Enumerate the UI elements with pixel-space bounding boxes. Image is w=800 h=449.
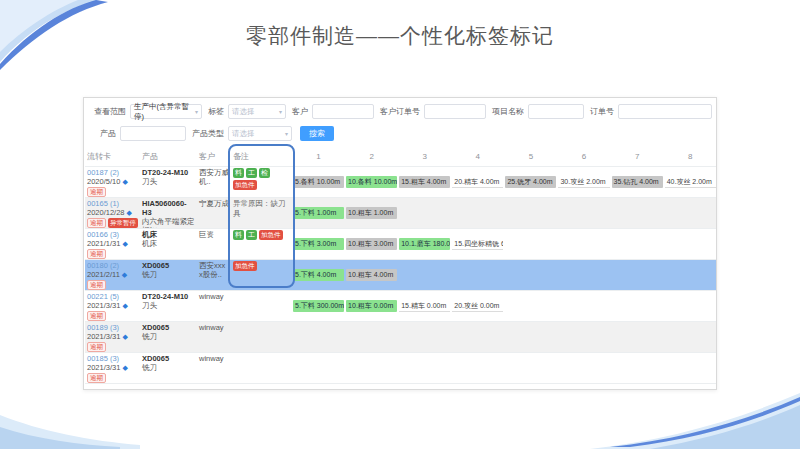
- card-number-link[interactable]: 00165 (1): [87, 199, 138, 208]
- status-badges: 逾期: [87, 373, 138, 383]
- table-row[interactable]: 00180 (2)2021/2/11◆逾期XD0065铣刀西安xxx x股份..…: [85, 260, 716, 291]
- process-step-chip[interactable]: 20.精车 4.00m: [452, 176, 503, 188]
- project-name-label: 项目名称: [492, 106, 524, 117]
- note-tags: 加急件: [233, 261, 290, 271]
- customer-name: 西安xxx x股份..: [199, 261, 229, 279]
- table-row[interactable]: 00185 (3)2021/3/31◆逾期XD0065铣刀winway: [85, 353, 716, 384]
- order-no-label: 订单号: [590, 106, 614, 117]
- process-step-chip[interactable]: 15.四坐标精铣 6.00m: [452, 238, 503, 250]
- process-step-chip[interactable]: 15.精车 0.00m: [399, 300, 450, 312]
- status-badge: 逾期: [87, 311, 106, 321]
- table-row[interactable]: 00165 (1)2020/12/28◆逾期异常暂停HIA5060060-H3内…: [85, 198, 716, 229]
- customer-cell: winway: [197, 353, 231, 383]
- card-number-link[interactable]: 00185 (3): [87, 354, 138, 363]
- status-badge: 逾期: [87, 218, 106, 228]
- table-row[interactable]: 00187 (2)2020/5/10◆逾期DT20-24-M10刀头西安万威机.…: [85, 167, 716, 198]
- product-code: DT20-24-M10: [142, 292, 195, 301]
- process-cell: [398, 322, 451, 352]
- card-number-link[interactable]: 00180 (2): [87, 261, 138, 270]
- customer-name: 巨资: [199, 230, 229, 239]
- process-step-chip[interactable]: 10.粗车 3.00m: [346, 238, 397, 250]
- card-date: 2020/5/10◆: [87, 177, 138, 186]
- product-name: 机床: [142, 239, 195, 248]
- search-button[interactable]: 搜索: [300, 126, 334, 141]
- process-cell: [504, 198, 557, 228]
- process-step-chip[interactable]: 5.备料 10.00m: [293, 176, 344, 188]
- card-cell: 00180 (2)2021/2/11◆逾期: [85, 260, 140, 290]
- customer-cell: winway: [197, 322, 231, 352]
- process-step-chip[interactable]: 30.攻丝 2.00m: [558, 176, 609, 188]
- flag-icon: ◆: [122, 302, 127, 309]
- note-cell: 加急件: [231, 260, 292, 290]
- customer-cell: 西安xxx x股份..: [197, 260, 231, 290]
- process-step-chip[interactable]: 10.粗车 4.00m: [346, 269, 397, 281]
- table-header-row: 流转卡产品客户备注12345678: [85, 147, 716, 167]
- process-cell: 10.粗车 0.00m: [345, 291, 398, 321]
- process-cell: 10.粗车 3.00m: [345, 229, 398, 259]
- process-cell: [557, 291, 610, 321]
- product-name: 内六角平端紧定螺钉: [142, 217, 195, 228]
- card-number-link[interactable]: 00187 (2): [87, 168, 138, 177]
- card-cell: 00166 (3)2021/1/31◆逾期: [85, 229, 140, 259]
- process-cell: [664, 229, 717, 259]
- process-step-chip[interactable]: 15.粗车 4.00m: [399, 176, 450, 188]
- process-step-chip[interactable]: 5.下料 3.00m: [293, 238, 344, 250]
- app-panel: 查看范围 生产中(含异常暂停) ▾ 标签 请选择 ▾ 客户 客户订单号 项目名称…: [83, 97, 717, 390]
- process-cell: 5.下料 3.00m: [292, 229, 345, 259]
- note-tag: 加急件: [259, 230, 283, 240]
- process-step-chip[interactable]: 40.攻丝 2.00m: [665, 176, 716, 188]
- card-cell: 00185 (3)2021/3/31◆逾期: [85, 353, 140, 383]
- process-step-chip[interactable]: 10.粗车 1.00m: [346, 207, 397, 219]
- card-date: 2021/2/11◆: [87, 270, 138, 279]
- customer-cell: 巨资: [197, 229, 231, 259]
- process-cell: 10.备料 10.00m: [345, 167, 398, 197]
- product-cell: DT20-24-M10刀头: [140, 291, 197, 321]
- col-header-day: 7: [611, 147, 664, 166]
- customer-order-input[interactable]: [424, 104, 486, 119]
- process-cell: [611, 353, 664, 383]
- process-cell: [504, 260, 557, 290]
- process-step-chip[interactable]: 10.备料 10.00m: [346, 176, 397, 188]
- product-code: 机床: [142, 230, 195, 239]
- col-header-note: 备注: [231, 147, 292, 166]
- note-cell: [231, 291, 292, 321]
- process-step-chip[interactable]: 5.下料 1.00m: [293, 207, 344, 219]
- process-cell: 5.备料 10.00m: [292, 167, 345, 197]
- process-cell: 15.精车 0.00m: [398, 291, 451, 321]
- process-cell: [504, 291, 557, 321]
- page-title: 零部件制造——个性化标签标记: [0, 22, 800, 50]
- note-cell: 料工检加急件: [231, 167, 292, 197]
- product-cell: 机床机床: [140, 229, 197, 259]
- flag-icon: ◆: [122, 178, 127, 185]
- product-type-select[interactable]: 请选择 ▾: [228, 126, 292, 141]
- card-cell: 00189 (3)2021/3/31◆逾期: [85, 322, 140, 352]
- product-cell: HIA5060060-H3内六角平端紧定螺钉: [140, 198, 197, 228]
- customer-input[interactable]: [312, 104, 374, 119]
- process-cell: [557, 322, 610, 352]
- process-step-chip[interactable]: 10.粗车 0.00m: [346, 300, 397, 312]
- table-row[interactable]: 00189 (3)2021/3/31◆逾期XD0065铣刀winway: [85, 322, 716, 353]
- tag-select[interactable]: 请选择 ▾: [228, 104, 286, 119]
- process-step-chip[interactable]: 5.下料 4.00m: [293, 269, 344, 281]
- card-number-link[interactable]: 00166 (3): [87, 230, 138, 239]
- card-cell: 00187 (2)2020/5/10◆逾期: [85, 167, 140, 197]
- process-step-chip[interactable]: 5.下料 300.00m: [293, 300, 344, 312]
- process-step-chip[interactable]: 20.攻丝 0.00m: [452, 300, 503, 312]
- project-name-input[interactable]: [528, 104, 584, 119]
- status-badges: 逾期: [87, 249, 138, 259]
- process-cell: 10.粗车 1.00m: [345, 198, 398, 228]
- card-cell: 00165 (1)2020/12/28◆逾期异常暂停: [85, 198, 140, 228]
- table-row[interactable]: 00166 (3)2021/1/31◆逾期机床机床巨资料工加急件5.下料 3.0…: [85, 229, 716, 260]
- status-badges: 逾期: [87, 311, 138, 321]
- order-no-input[interactable]: [618, 104, 712, 119]
- process-step-chip[interactable]: 10.1.磨车 180.00m: [399, 238, 450, 250]
- process-step-chip[interactable]: 25.铣牙 4.00m: [505, 176, 556, 188]
- card-number-link[interactable]: 00221 (5): [87, 292, 138, 301]
- product-input[interactable]: [120, 126, 186, 141]
- view-scope-select[interactable]: 生产中(含异常暂停) ▾: [130, 104, 202, 119]
- table-row[interactable]: 00221 (5)2021/3/31◆逾期DT20-24-M10刀头winway…: [85, 291, 716, 322]
- filter-bar: 查看范围 生产中(含异常暂停) ▾ 标签 请选择 ▾ 客户 客户订单号 项目名称…: [88, 103, 712, 147]
- col-header-day: 8: [664, 147, 717, 166]
- process-step-chip[interactable]: 35.钻孔 4.00m: [612, 176, 663, 188]
- card-number-link[interactable]: 00189 (3): [87, 323, 138, 332]
